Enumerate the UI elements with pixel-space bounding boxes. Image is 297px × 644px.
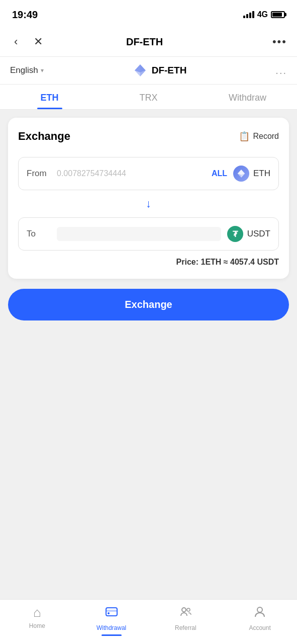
exchange-header: Exchange 📋 Record [18, 130, 279, 143]
record-button[interactable]: 📋 Record [239, 131, 279, 142]
from-currency-label: ETH [253, 169, 270, 179]
exchange-title: Exchange [18, 130, 70, 143]
home-icon: ⌂ [33, 605, 41, 620]
bottom-nav-account[interactable]: Account [223, 605, 297, 636]
network-label: 4G [257, 10, 268, 19]
tab-bar: ETH TRX Withdraw [0, 85, 297, 110]
to-currency-label: USDT [247, 229, 270, 239]
svg-point-12 [257, 607, 262, 612]
main-content: Exchange 📋 Record From 0.00782754734444 … [0, 110, 297, 512]
tab-eth[interactable]: ETH [0, 85, 99, 109]
withdrawal-label: Withdrawal [96, 624, 126, 631]
status-icons: 4G [243, 10, 285, 19]
account-icon [253, 605, 267, 622]
signal-icon [243, 11, 254, 18]
bottom-nav: ⌂ Home Withdrawal Referral [0, 599, 297, 644]
referral-icon [178, 605, 192, 622]
exchange-direction-arrow: ↓ [18, 190, 279, 217]
from-value: 0.00782754734444 [57, 169, 208, 178]
bottom-nav-home[interactable]: ⌂ Home [0, 605, 74, 636]
from-label: From [27, 169, 51, 179]
nav-bar: ‹ ✕ DF-ETH ••• [0, 27, 297, 57]
language-label: English [10, 65, 38, 75]
tab-trx[interactable]: TRX [99, 85, 198, 109]
language-selector[interactable]: English ▾ [10, 65, 44, 75]
exchange-button[interactable]: Exchange [8, 289, 289, 320]
record-icon: 📋 [239, 131, 250, 142]
eth-currency-icon [233, 166, 249, 182]
to-label: To [27, 229, 51, 239]
from-currency[interactable]: ETH [233, 166, 270, 182]
usdt-currency-icon: ₮ [227, 226, 243, 242]
chevron-down-icon: ▾ [41, 67, 44, 74]
record-label: Record [253, 132, 279, 141]
to-input[interactable] [57, 227, 221, 241]
bottom-nav-withdrawal[interactable]: Withdrawal [74, 605, 149, 636]
back-button[interactable]: ‹ [10, 33, 22, 50]
to-currency[interactable]: ₮ USDT [227, 226, 270, 242]
battery-icon [271, 11, 285, 18]
price-display: Price: 1ETH ≈ 4057.4 USDT [18, 258, 279, 267]
coin-name: DF-ETH [152, 65, 187, 76]
withdrawal-icon [105, 605, 119, 622]
svg-rect-8 [106, 610, 117, 612]
eth-logo-icon [133, 63, 148, 78]
referral-label: Referral [175, 624, 196, 631]
home-label: Home [29, 622, 45, 629]
active-tab-indicator [102, 634, 122, 636]
status-bar: 19:49 4G [0, 0, 297, 27]
bottom-nav-referral[interactable]: Referral [149, 605, 223, 636]
coin-title: DF-ETH [133, 63, 187, 78]
tab-withdraw[interactable]: Withdraw [198, 85, 297, 109]
svg-point-11 [187, 608, 190, 611]
account-label: Account [249, 624, 270, 631]
svg-point-10 [182, 608, 186, 612]
coin-more-button[interactable]: ... [275, 65, 287, 76]
all-button[interactable]: ALL [212, 169, 227, 178]
lang-bar: English ▾ DF-ETH ... [0, 57, 297, 85]
more-button[interactable]: ••• [272, 35, 287, 48]
from-field: From 0.00782754734444 ALL ETH [18, 157, 279, 190]
svg-point-9 [108, 612, 110, 614]
to-field: To ₮ USDT [18, 217, 279, 251]
status-time: 19:49 [12, 9, 38, 21]
nav-title: DF-ETH [25, 36, 264, 48]
from-input[interactable]: 0.00782754734444 ALL [57, 169, 227, 178]
exchange-card: Exchange 📋 Record From 0.00782754734444 … [8, 118, 289, 279]
